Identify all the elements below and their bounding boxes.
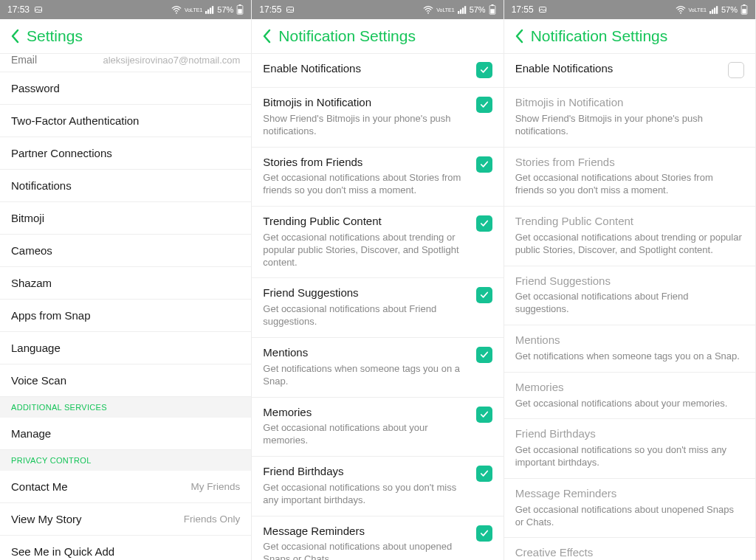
wifi-icon	[676, 6, 686, 14]
pane-settings: 17:53 VoLTE1 57% Settings Email aleksije…	[0, 0, 252, 560]
row-contact-me[interactable]: Contact Me My Friends	[0, 471, 251, 503]
svg-rect-21	[712, 9, 713, 13]
svg-point-1	[176, 12, 177, 13]
battery-pct: 57%	[721, 5, 738, 14]
header: Notification Settings	[504, 19, 755, 54]
row-language[interactable]: Language	[0, 332, 251, 364]
volte-label: VoLTE1	[689, 7, 707, 13]
svg-rect-12	[460, 9, 461, 13]
row-message-reminders[interactable]: Message Reminders Get occasional notific…	[252, 516, 503, 560]
row-manage[interactable]: Manage	[0, 418, 251, 450]
signal-icon	[709, 6, 718, 14]
row-cameos[interactable]: Cameos	[0, 235, 251, 267]
svg-point-10	[427, 12, 429, 13]
volte-label: VoLTE1	[185, 7, 202, 13]
checkbox-trending[interactable]	[476, 215, 492, 232]
row-mentions[interactable]: Mentions Get notifications when someone …	[252, 338, 503, 398]
status-time: 17:55	[512, 4, 534, 15]
checkbox-stories[interactable]	[476, 156, 492, 173]
row-apps-from-snap[interactable]: Apps from Snap	[0, 300, 251, 332]
row-shazam[interactable]: Shazam	[0, 267, 251, 300]
row-partner-connections[interactable]: Partner Connections	[0, 137, 251, 170]
checkbox-message-reminders[interactable]	[476, 525, 492, 542]
svg-rect-5	[212, 6, 213, 14]
status-bar: 17:55 VoLTE1 57%	[504, 0, 755, 19]
row-mentions: Mentions Get notifications when someone …	[504, 325, 755, 373]
volte-label: VoLTE1	[436, 7, 454, 13]
svg-rect-26	[742, 9, 746, 13]
row-view-my-story[interactable]: View My Story Friends Only	[0, 503, 251, 536]
status-time: 17:53	[7, 4, 30, 15]
pane-notifications-enabled: 17:55 VoLTE1 57% Notification Settings E…	[252, 0, 504, 560]
back-button[interactable]	[513, 27, 526, 45]
row-memories: Memories Get occasional notifications ab…	[504, 373, 755, 420]
row-two-factor[interactable]: Two-Factor Authentication	[0, 105, 251, 137]
svg-rect-14	[464, 6, 466, 14]
svg-rect-13	[462, 7, 464, 13]
battery-icon	[489, 4, 496, 15]
row-bitmojis-in-notification[interactable]: Bitmojis in Notification Show Friend's B…	[252, 88, 503, 148]
battery-icon	[236, 4, 244, 15]
row-trending-public-content[interactable]: Trending Public Content Get occasional n…	[252, 207, 503, 278]
checkbox-mentions[interactable]	[476, 347, 492, 363]
back-button[interactable]	[261, 27, 274, 45]
row-friend-suggestions[interactable]: Friend Suggestions Get occasional notifi…	[252, 278, 503, 338]
svg-rect-8	[238, 9, 242, 13]
checkbox-bitmojis[interactable]	[476, 97, 492, 113]
row-email[interactable]: Email aleksijesirovinao7@notmail.com	[0, 54, 251, 72]
status-bar: 17:55 VoLTE1 57%	[252, 0, 503, 19]
notification-list[interactable]: Enable Notifications Bitmojis in Notific…	[252, 54, 503, 560]
row-trending-public-content: Trending Public Content Get occasional n…	[504, 207, 755, 266]
svg-rect-3	[207, 9, 209, 13]
row-quick-add[interactable]: See Me in Quick Add	[0, 536, 251, 560]
checkbox-friend-birthdays[interactable]	[476, 466, 492, 482]
row-message-reminders: Message Reminders Get occasional notific…	[504, 479, 755, 539]
header: Notification Settings	[252, 19, 503, 54]
checkbox-friend-suggestions[interactable]	[476, 287, 492, 303]
row-bitmojis-in-notification: Bitmojis in Notification Show Friend's B…	[504, 88, 755, 148]
svg-rect-2	[205, 11, 207, 14]
row-friend-birthdays[interactable]: Friend Birthdays Get occasional notifica…	[252, 457, 503, 516]
checkbox-memories[interactable]	[476, 407, 492, 423]
pane-notifications-disabled: 17:55 VoLTE1 57% Notification Settings E…	[504, 0, 756, 560]
page-title: Settings	[27, 27, 83, 45]
checkbox-enable-notifications[interactable]	[728, 62, 744, 78]
status-time: 17:55	[259, 4, 281, 15]
section-additional-services: ADDITIONAL SERVICES	[0, 397, 251, 418]
checkbox-enable-notifications[interactable]	[476, 62, 492, 78]
row-enable-notifications[interactable]: Enable Notifications	[252, 54, 503, 88]
wifi-icon	[423, 6, 433, 14]
svg-rect-17	[490, 9, 494, 13]
signal-icon	[458, 6, 467, 14]
settings-list[interactable]: Email aleksijesirovinao7@notmail.com Pas…	[0, 54, 251, 560]
svg-point-19	[680, 12, 681, 13]
row-creative-effects: Creative Effects Get notifications about…	[504, 538, 755, 560]
wifi-icon	[171, 6, 182, 14]
battery-pct: 57%	[217, 5, 233, 14]
battery-icon	[740, 4, 748, 15]
row-enable-notifications[interactable]: Enable Notifications	[504, 54, 755, 88]
svg-rect-23	[716, 6, 718, 14]
image-icon	[34, 5, 43, 14]
row-voice-scan[interactable]: Voice Scan	[0, 364, 251, 397]
row-password[interactable]: Password	[0, 72, 251, 105]
row-friend-suggestions: Friend Suggestions Get occasional notifi…	[504, 266, 755, 326]
row-friend-birthdays: Friend Birthdays Get occasional notifica…	[504, 419, 755, 479]
page-title: Notification Settings	[531, 27, 668, 45]
svg-rect-20	[709, 11, 711, 14]
svg-rect-4	[210, 7, 211, 13]
row-stories-from-friends: Stories from Friends Get occasional noti…	[504, 148, 755, 207]
row-memories[interactable]: Memories Get occasional notifications ab…	[252, 398, 503, 457]
svg-rect-11	[458, 11, 459, 14]
page-title: Notification Settings	[278, 27, 416, 45]
row-notifications[interactable]: Notifications	[0, 170, 251, 202]
back-button[interactable]	[9, 27, 22, 45]
notification-list[interactable]: Enable Notifications Bitmojis in Notific…	[504, 54, 755, 560]
row-stories-from-friends[interactable]: Stories from Friends Get occasional noti…	[252, 148, 503, 207]
section-privacy-control: PRIVACY CONTROL	[0, 450, 251, 471]
row-bitmoji[interactable]: Bitmoji	[0, 202, 251, 235]
svg-rect-22	[714, 7, 715, 13]
status-bar: 17:53 VoLTE1 57%	[0, 0, 251, 19]
image-icon	[286, 5, 295, 14]
image-icon	[538, 5, 547, 14]
